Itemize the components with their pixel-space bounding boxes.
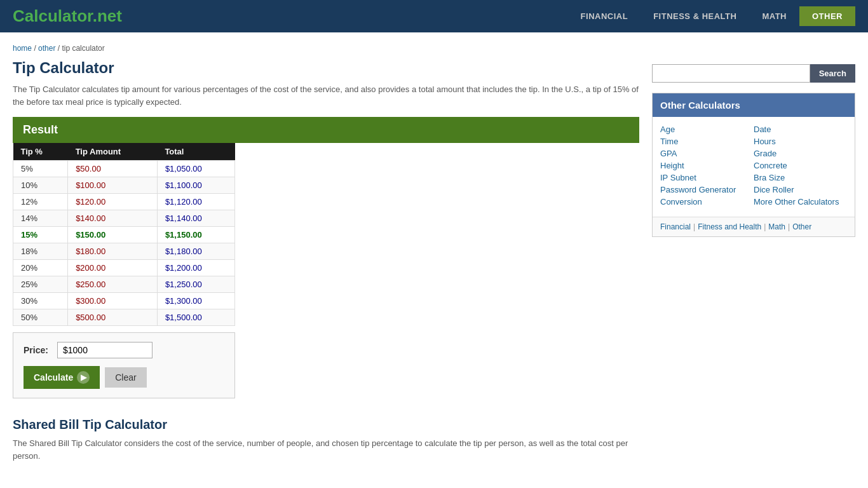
calc-link[interactable]: Concrete	[754, 161, 847, 170]
breadcrumb-home[interactable]: home	[13, 44, 32, 53]
tip-amount: $150.00	[68, 227, 158, 243]
footer-link-math[interactable]: Math	[768, 222, 785, 231]
table-row: 14%$140.00$1,140.00	[13, 210, 235, 227]
tip-pct: 20%	[13, 260, 68, 276]
total-amount: $1,300.00	[157, 293, 234, 309]
shared-section: Shared Bill Tip Calculator The Shared Bi…	[13, 417, 639, 462]
result-table: Tip % Tip Amount Total 5%$50.00$1,050.00…	[13, 143, 235, 326]
calc-link[interactable]: Hours	[754, 137, 847, 146]
calculate-label: Calculate	[34, 372, 73, 383]
total-amount: $1,150.00	[157, 227, 234, 243]
footer-separator: |	[788, 222, 790, 231]
calc-link[interactable]: Bra Size	[754, 173, 847, 182]
price-label: Price:	[24, 345, 52, 355]
page-description: The Tip Calculator calculates tip amount…	[13, 83, 639, 108]
footer-link-other[interactable]: Other	[792, 222, 811, 231]
table-row: 25%$250.00$1,250.00	[13, 276, 235, 293]
clear-button[interactable]: Clear	[105, 367, 146, 388]
tip-pct: 50%	[13, 309, 68, 326]
tip-amount: $140.00	[68, 210, 158, 227]
result-tbody: 5%$50.00$1,050.0010%$100.00$1,100.0012%$…	[13, 161, 235, 326]
input-section: Price: Calculate ▶ Clear	[13, 332, 235, 398]
content: home / other / tip calculator Tip Calcul…	[13, 39, 639, 462]
logo-text: Calculator	[13, 6, 93, 25]
calc-link[interactable]: Dice Roller	[754, 185, 847, 194]
page-title: Tip Calculator	[13, 59, 639, 77]
tip-pct: 25%	[13, 276, 68, 293]
calc-link[interactable]: Time	[660, 137, 754, 146]
calc-links-row: GPAGrade	[660, 149, 847, 158]
search-button[interactable]: Search	[810, 64, 855, 83]
breadcrumb-other[interactable]: other	[38, 44, 55, 53]
table-row: 10%$100.00$1,100.00	[13, 177, 235, 194]
tip-pct: 12%	[13, 194, 68, 210]
tip-amount: $500.00	[68, 309, 158, 326]
tip-amount: $200.00	[68, 260, 158, 276]
search-row: Search	[652, 64, 855, 83]
nav-item-fitnesshealth[interactable]: FITNESS & HEALTH	[641, 6, 749, 26]
calc-links-row: TimeHours	[660, 137, 847, 146]
tip-amount: $300.00	[68, 293, 158, 309]
calc-link[interactable]: Password Generator	[660, 185, 754, 194]
other-calc-body: AgeDateTimeHoursGPAGradeHeightConcreteIP…	[653, 117, 855, 217]
calc-link[interactable]: Height	[660, 161, 754, 170]
calc-link[interactable]: IP Subnet	[660, 173, 754, 182]
footer-separator: |	[764, 222, 766, 231]
shared-title: Shared Bill Tip Calculator	[13, 417, 639, 432]
table-row: 15%$150.00$1,150.00	[13, 227, 235, 243]
tip-amount: $180.00	[68, 243, 158, 260]
price-input[interactable]	[57, 342, 153, 358]
header: Calculator.net FINANCIALFITNESS & HEALTH…	[0, 0, 868, 32]
table-row: 5%$50.00$1,050.00	[13, 161, 235, 177]
tip-pct: 18%	[13, 243, 68, 260]
calc-link[interactable]: Age	[660, 125, 754, 134]
search-input[interactable]	[652, 64, 810, 83]
shared-description: The Shared Bill Tip Calculator considers…	[13, 437, 639, 462]
tip-pct: 14%	[13, 210, 68, 227]
footer-separator: |	[693, 222, 695, 231]
table-row: 20%$200.00$1,200.00	[13, 260, 235, 276]
tip-pct: 15%	[13, 227, 68, 243]
tip-amount: $120.00	[68, 194, 158, 210]
tip-pct: 10%	[13, 177, 68, 194]
calc-link[interactable]: Conversion	[660, 197, 754, 207]
nav-item-financial[interactable]: FINANCIAL	[568, 6, 641, 26]
footer-links: Financial | Fitness and Health | Math | …	[653, 217, 855, 236]
table-row: 30%$300.00$1,300.00	[13, 293, 235, 309]
total-amount: $1,100.00	[157, 177, 234, 194]
tip-amount: $100.00	[68, 177, 158, 194]
calc-links-row: ConversionMore Other Calculators	[660, 197, 847, 207]
footer-link-fitnessandhealth[interactable]: Fitness and Health	[698, 222, 761, 231]
table-row: 12%$120.00$1,120.00	[13, 194, 235, 210]
calc-link[interactable]: Grade	[754, 149, 847, 158]
calculate-button[interactable]: Calculate ▶	[24, 366, 100, 389]
col-total: Total	[157, 143, 234, 161]
table-row: 18%$180.00$1,180.00	[13, 243, 235, 260]
total-amount: $1,180.00	[157, 243, 234, 260]
nav-item-other[interactable]: OTHER	[799, 6, 855, 26]
calc-links-row: HeightConcrete	[660, 161, 847, 170]
calc-links-row: IP SubnetBra Size	[660, 173, 847, 182]
logo-net: .net	[93, 6, 122, 25]
total-amount: $1,500.00	[157, 309, 234, 326]
sidebar: Search Other Calculators AgeDateTimeHour…	[652, 39, 855, 462]
col-tip-amount: Tip Amount	[68, 143, 158, 161]
button-row: Calculate ▶ Clear	[24, 366, 224, 389]
footer-link-financial[interactable]: Financial	[660, 222, 691, 231]
price-row: Price:	[24, 342, 224, 358]
total-amount: $1,120.00	[157, 194, 234, 210]
other-calc-header: Other Calculators	[653, 93, 855, 117]
total-amount: $1,200.00	[157, 260, 234, 276]
total-amount: $1,140.00	[157, 210, 234, 227]
tip-amount: $250.00	[68, 276, 158, 293]
calc-link[interactable]: Date	[754, 125, 847, 134]
tip-pct: 5%	[13, 161, 68, 177]
total-amount: $1,050.00	[157, 161, 234, 177]
breadcrumb: home / other / tip calculator	[13, 39, 639, 59]
breadcrumb-current: tip calculator	[62, 44, 104, 53]
calc-link[interactable]: GPA	[660, 149, 754, 158]
calc-link[interactable]: More Other Calculators	[754, 197, 847, 207]
tip-pct: 30%	[13, 293, 68, 309]
table-row: 50%$500.00$1,500.00	[13, 309, 235, 326]
nav-item-math[interactable]: MATH	[749, 6, 799, 26]
